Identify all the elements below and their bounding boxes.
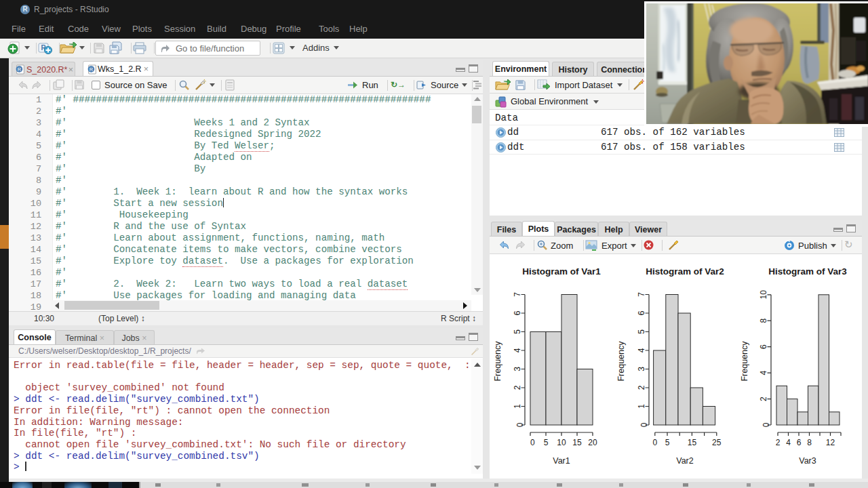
svg-text:2: 2 xyxy=(759,396,768,401)
svg-text:5: 5 xyxy=(513,329,522,334)
svg-text:0: 0 xyxy=(515,422,525,427)
svg-text:6: 6 xyxy=(759,344,768,349)
svg-text:Histogram of Var3: Histogram of Var3 xyxy=(768,266,847,277)
svg-text:0: 0 xyxy=(652,438,657,447)
svg-text:0: 0 xyxy=(530,438,535,447)
svg-text:15: 15 xyxy=(688,438,697,447)
svg-text:1: 1 xyxy=(513,404,522,409)
svg-text:10: 10 xyxy=(759,290,768,300)
svg-text:6: 6 xyxy=(637,310,646,315)
svg-text:R: R xyxy=(18,66,22,73)
svg-text:Var1: Var1 xyxy=(553,456,570,466)
svg-text:Var3: Var3 xyxy=(799,456,816,466)
svg-text:4: 4 xyxy=(637,348,646,352)
svg-text:0: 0 xyxy=(762,422,771,427)
svg-text:4: 4 xyxy=(513,348,522,352)
svg-text:2: 2 xyxy=(637,385,646,390)
svg-text:4: 4 xyxy=(759,370,768,375)
svg-text:6: 6 xyxy=(513,310,522,315)
svg-text:8: 8 xyxy=(759,319,768,323)
svg-text:Frequency: Frequency xyxy=(493,341,502,382)
svg-text:2: 2 xyxy=(513,385,522,390)
svg-text:25: 25 xyxy=(712,438,722,447)
svg-text:20: 20 xyxy=(588,438,597,447)
svg-text:0: 0 xyxy=(639,422,649,427)
svg-text:10: 10 xyxy=(557,438,566,447)
svg-text:15: 15 xyxy=(572,438,582,447)
svg-text:6: 6 xyxy=(797,438,802,447)
svg-text:12: 12 xyxy=(826,438,835,447)
svg-text:4: 4 xyxy=(786,438,791,447)
svg-text:7: 7 xyxy=(637,292,646,297)
svg-text:Frequency: Frequency xyxy=(740,341,749,382)
svg-text:5: 5 xyxy=(637,329,646,334)
svg-text:2: 2 xyxy=(776,438,781,447)
svg-text:5: 5 xyxy=(544,438,549,447)
svg-text:Var2: Var2 xyxy=(676,456,694,466)
svg-text:5: 5 xyxy=(665,438,670,447)
svg-text:Histogram of Var1: Histogram of Var1 xyxy=(522,266,601,277)
svg-text:R: R xyxy=(90,66,94,73)
svg-text:1: 1 xyxy=(637,404,646,409)
svg-text:3: 3 xyxy=(637,367,646,371)
svg-text:3: 3 xyxy=(513,367,522,371)
svg-text:Histogram of Var2: Histogram of Var2 xyxy=(646,266,724,277)
svg-text:7: 7 xyxy=(513,292,522,297)
svg-text:8: 8 xyxy=(807,438,812,447)
svg-text:Frequency: Frequency xyxy=(616,341,626,382)
